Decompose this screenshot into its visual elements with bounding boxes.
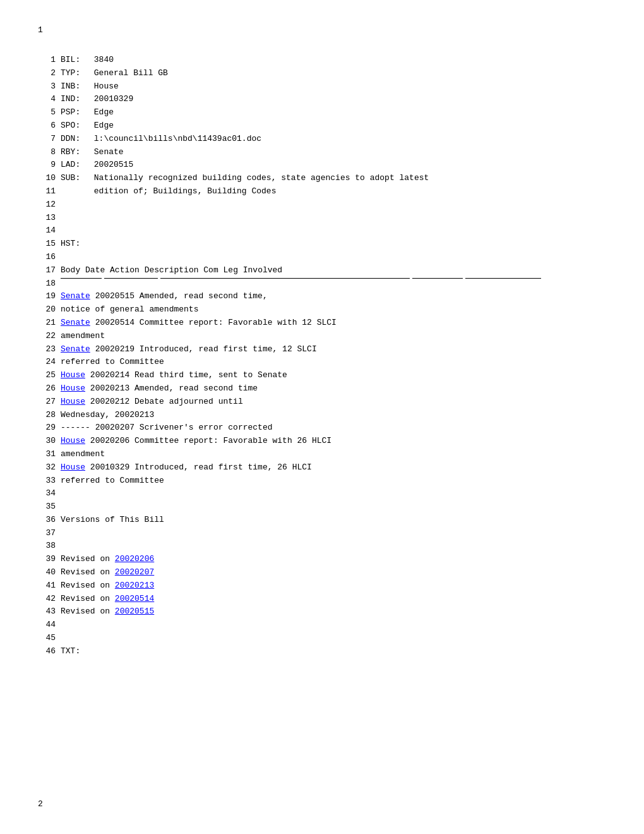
line-22: 22 amendment: [38, 330, 606, 343]
line-33: 33 referred to Committee: [38, 474, 606, 488]
line-28: 28 Wednesday, 20020213: [38, 409, 606, 422]
line-5: 5 PSP: Edge: [38, 106, 606, 119]
line-35: 35: [38, 500, 606, 514]
line-40: 40 Revised on 20020207: [38, 566, 606, 579]
line-37: 37: [38, 527, 606, 540]
house-link-5[interactable]: House: [61, 462, 85, 472]
line-13: 13: [38, 212, 606, 225]
senate-link-1[interactable]: Senate: [61, 291, 90, 301]
line-14: 14: [38, 224, 606, 238]
senate-link-3[interactable]: Senate: [61, 344, 90, 354]
line-16: 16: [38, 251, 606, 264]
page-number-top: 1: [38, 25, 606, 35]
line-24: 24 referred to Committee: [38, 356, 606, 369]
line-7: 7 DDN: l:\council\bills\nbd\11439ac01.do…: [38, 133, 606, 146]
house-link-3[interactable]: House: [61, 397, 85, 406]
line-15: 15 HST:: [38, 238, 606, 251]
line-36: 36 Versions of This Bill: [38, 514, 606, 527]
line-18-divider: 18: [38, 277, 606, 291]
line-23: 23 Senate 20020219 Introduced, read firs…: [38, 343, 606, 356]
house-link-2[interactable]: House: [61, 384, 85, 393]
line-41: 41 Revised on 20020213: [38, 579, 606, 593]
line-29: 29 ------ 20020207 Scrivener's error cor…: [38, 421, 606, 435]
line-38: 38: [38, 540, 606, 553]
version-link-2[interactable]: 20020207: [115, 567, 154, 577]
senate-link-2[interactable]: Senate: [61, 318, 90, 327]
line-17-header: 17 Body Date Action Description Com Leg …: [38, 264, 606, 277]
line-11: 11 edition of; Buildings, Building Codes: [38, 185, 606, 198]
line-20: 20 notice of general amendments: [38, 303, 606, 317]
line-4: 4 IND: 20010329: [38, 93, 606, 106]
line-2: 2 TYP: General Bill GB: [38, 67, 606, 80]
line-42: 42 Revised on 20020514: [38, 593, 606, 606]
content: 1 BIL: 3840 2 TYP: General Bill GB 3 INB…: [38, 54, 606, 658]
line-32: 32 House 20010329 Introduced, read first…: [38, 461, 606, 474]
page: 1 1 BIL: 3840 2 TYP: General Bill GB 3 I…: [0, 0, 644, 834]
line-8: 8 RBY: Senate: [38, 146, 606, 159]
line-12: 12: [38, 198, 606, 212]
line-34: 34: [38, 487, 606, 500]
version-link-5[interactable]: 20020515: [115, 607, 154, 616]
version-link-1[interactable]: 20020206: [115, 554, 154, 564]
line-9: 9 LAD: 20020515: [38, 159, 606, 172]
line-19: 19 Senate 20020515 Amended, read second …: [38, 290, 606, 303]
page-number-bottom: 2: [38, 799, 43, 809]
line-26: 26 House 20020213 Amended, read second t…: [38, 382, 606, 396]
line-21: 21 Senate 20020514 Committee report: Fav…: [38, 317, 606, 330]
line-44: 44: [38, 619, 606, 632]
line-3: 3 INB: House: [38, 80, 606, 94]
line-27: 27 House 20020212 Debate adjourned until: [38, 396, 606, 409]
line-25: 25 House 20020214 Read third time, sent …: [38, 369, 606, 382]
line-43: 43 Revised on 20020515: [38, 605, 606, 619]
line-46: 46 TXT:: [38, 645, 606, 658]
line-10: 10 SUB: Nationally recognized building c…: [38, 172, 606, 185]
table-divider: [61, 278, 606, 279]
line-39: 39 Revised on 20020206: [38, 553, 606, 566]
line-45: 45: [38, 632, 606, 645]
version-link-4[interactable]: 20020514: [115, 594, 154, 603]
house-link-4[interactable]: House: [61, 436, 85, 445]
line-30: 30 House 20020206 Committee report: Favo…: [38, 435, 606, 448]
line-6: 6 SPO: Edge: [38, 119, 606, 133]
house-link-1[interactable]: House: [61, 370, 85, 380]
line-1: 1 BIL: 3840: [38, 54, 606, 67]
line-31: 31 amendment: [38, 448, 606, 461]
version-link-3[interactable]: 20020213: [115, 581, 154, 590]
